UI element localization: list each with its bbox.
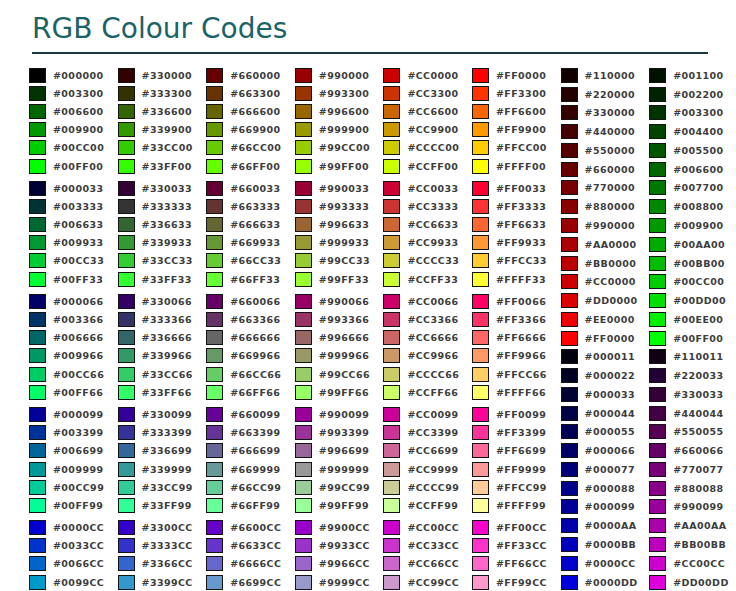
color-cell: #CCFF66 (383, 383, 472, 401)
color-swatch (472, 556, 489, 571)
color-cell: #6666CC (206, 555, 295, 573)
color-cell: #003300 (649, 104, 736, 123)
color-cell: #004400 (649, 122, 736, 141)
color-swatch (649, 368, 666, 383)
page-header: RGB Colour Codes (32, 12, 736, 46)
color-code-label: #999900 (319, 124, 369, 135)
color-code-label: #3333CC (142, 540, 193, 551)
color-cell: #FF9966 (472, 347, 561, 365)
color-cell: #993300 (295, 84, 384, 102)
color-cell: #330099 (118, 405, 207, 423)
color-cell: #66CC00 (206, 139, 295, 157)
color-swatch (472, 367, 489, 382)
color-code-label: #FFFF99 (496, 500, 546, 511)
color-code-label: #FF6633 (496, 219, 546, 230)
color-swatch (383, 294, 400, 309)
color-code-label: #BB0000 (585, 258, 637, 269)
color-cell: #666600 (206, 102, 295, 120)
color-swatch (472, 253, 489, 268)
color-swatch (561, 312, 578, 327)
color-swatch (206, 407, 223, 422)
color-swatch (561, 387, 578, 402)
color-cell: #66FF33 (206, 270, 295, 288)
color-cell: #CC6633 (383, 216, 472, 234)
color-cell: #00CC00 (29, 139, 118, 157)
color-code-label: #66CC99 (230, 482, 281, 493)
color-swatch (561, 462, 578, 477)
color-cell: #000033 (29, 179, 118, 197)
color-cell: #0000CC (561, 554, 650, 573)
color-swatch (29, 348, 46, 363)
color-code-label: #FF9933 (496, 237, 546, 248)
color-code-label: #CCFF66 (407, 387, 458, 398)
color-cell: #333366 (118, 310, 207, 328)
color-swatch (29, 425, 46, 440)
color-cell: #003366 (29, 310, 118, 328)
color-code-label: #6666CC (230, 558, 281, 569)
color-code-label: #009999 (53, 464, 103, 475)
color-code-label: #990000 (319, 70, 369, 81)
color-cell: #996600 (295, 102, 384, 120)
color-swatch (383, 520, 400, 535)
color-swatch (383, 425, 400, 440)
color-swatch (29, 140, 46, 155)
color-cell: #3366CC (118, 555, 207, 573)
color-swatch (118, 385, 135, 400)
color-swatch (29, 385, 46, 400)
color-swatch (118, 199, 135, 214)
color-swatch (206, 425, 223, 440)
color-cell: #CCCC66 (383, 365, 472, 383)
color-cell: #990000 (561, 216, 650, 235)
color-swatch (118, 462, 135, 477)
color-swatch (561, 406, 578, 421)
color-code-label: #00AA00 (673, 239, 725, 250)
color-cell: #FFCC00 (472, 139, 561, 157)
color-swatch (29, 520, 46, 535)
color-swatch (295, 575, 312, 590)
color-swatch (118, 253, 135, 268)
color-code-label: #CCFF33 (407, 274, 458, 285)
color-swatch (561, 274, 578, 289)
color-cell: #666633 (206, 216, 295, 234)
color-code-label: #66FF00 (230, 161, 280, 172)
color-swatch (472, 480, 489, 495)
color-swatch (118, 122, 135, 137)
color-code-label: #006699 (53, 445, 103, 456)
color-swatch (472, 181, 489, 196)
color-code-label: #660000 (230, 70, 280, 81)
color-cell: #CCCC00 (383, 139, 472, 157)
color-cell: #CC6600 (383, 102, 472, 120)
color-code-label: #660033 (230, 183, 280, 194)
color-code-label: #FF3300 (496, 88, 546, 99)
color-swatch (29, 575, 46, 590)
color-code-label: #CC6633 (407, 219, 458, 230)
color-code-label: #33FF99 (142, 500, 192, 511)
color-swatch (29, 556, 46, 571)
color-code-label: #00BB00 (673, 258, 725, 269)
color-cell: #339900 (118, 121, 207, 139)
color-cell: #000022 (561, 366, 650, 385)
color-swatch (295, 407, 312, 422)
color-code-label: #3399CC (142, 577, 193, 588)
color-swatch (383, 348, 400, 363)
color-cell: #993399 (295, 424, 384, 442)
color-swatch (29, 86, 46, 101)
color-cell: #440000 (561, 122, 650, 141)
color-code-label: #330000 (585, 107, 635, 118)
color-code-label: #990099 (673, 501, 723, 512)
color-cell: #990000 (295, 66, 384, 84)
color-swatch (383, 159, 400, 174)
color-cell: #CCCC99 (383, 478, 472, 496)
color-code-label: #99FF66 (319, 387, 369, 398)
color-code-label: #336699 (142, 445, 192, 456)
color-code-label: #CC0000 (407, 70, 458, 81)
color-swatch (561, 481, 578, 496)
color-swatch (29, 312, 46, 327)
color-cell: #336600 (118, 102, 207, 120)
color-swatch (29, 181, 46, 196)
color-swatch (295, 86, 312, 101)
color-cell: #000011 (561, 347, 650, 366)
color-code-label: #000044 (585, 408, 635, 419)
color-cell: #33FF33 (118, 270, 207, 288)
color-code-label: #99CC99 (319, 482, 370, 493)
